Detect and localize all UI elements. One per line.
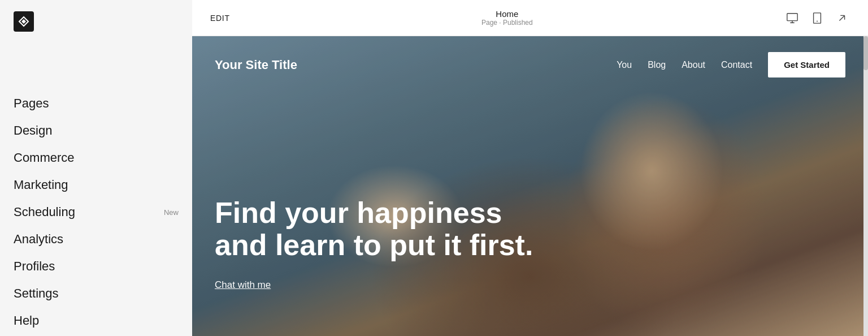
main-content: EDIT Home Page · Published — [192, 0, 868, 336]
sidebar-item-settings[interactable]: Settings — [14, 281, 179, 307]
sidebar-item-profiles-label: Profiles — [14, 259, 55, 274]
desktop-icon — [786, 12, 798, 24]
topbar: EDIT Home Page · Published — [192, 0, 868, 36]
hero-cta-link[interactable]: Chat with me — [215, 279, 271, 290]
sidebar-item-analytics-label: Analytics — [14, 232, 63, 247]
page-status: Page · Published — [481, 19, 533, 27]
sidebar-item-analytics[interactable]: Analytics — [14, 226, 179, 252]
site-link-blog[interactable]: Blog — [648, 60, 666, 70]
site-link-contact[interactable]: Contact — [721, 60, 752, 70]
external-link-icon — [836, 12, 848, 24]
preview-content: Your Site Title You Blog About Contact G… — [192, 36, 868, 336]
site-link-about[interactable]: About — [682, 60, 705, 70]
svg-point-3 — [817, 20, 818, 21]
sidebar-item-marketing-label: Marketing — [14, 178, 68, 192]
desktop-view-button[interactable] — [784, 10, 800, 26]
sidebar-item-pages-label: Pages — [14, 96, 49, 111]
sidebar-item-profiles[interactable]: Profiles — [14, 253, 179, 279]
scrollbar-track[interactable] — [863, 36, 868, 336]
sidebar-item-help-label: Help — [14, 313, 39, 328]
sidebar: Pages Design Commerce Marketing Scheduli… — [0, 0, 192, 336]
hero-heading-line2: and learn to put it first. — [215, 229, 533, 261]
site-links: You Blog About Contact Get Started — [617, 52, 845, 77]
svg-rect-1 — [787, 13, 797, 20]
edit-button[interactable]: EDIT — [210, 14, 230, 23]
tablet-icon — [811, 12, 823, 24]
sidebar-item-commerce-label: Commerce — [14, 150, 75, 165]
topbar-page-info: Home Page · Published — [481, 9, 533, 27]
scheduling-new-badge: New — [164, 208, 179, 217]
site-link-you[interactable]: You — [617, 60, 632, 70]
hero-text: Find your happiness and learn to put it … — [215, 197, 533, 291]
hero-heading: Find your happiness and learn to put it … — [215, 197, 533, 261]
scrollbar-thumb[interactable] — [863, 36, 868, 70]
sidebar-item-scheduling-label: Scheduling — [14, 205, 75, 219]
site-title: Your Site Title — [215, 58, 297, 72]
page-name: Home — [481, 9, 533, 19]
sidebar-item-design[interactable]: Design — [14, 118, 179, 144]
site-cta-button[interactable]: Get Started — [768, 52, 845, 77]
external-link-button[interactable] — [834, 10, 850, 26]
sidebar-navigation: Pages Design Commerce Marketing Scheduli… — [0, 91, 192, 334]
tablet-view-button[interactable] — [809, 10, 825, 26]
hero-heading-line1: Find your happiness — [215, 196, 502, 229]
sidebar-item-scheduling[interactable]: Scheduling New — [14, 199, 179, 225]
sidebar-item-design-label: Design — [14, 123, 52, 138]
squarespace-logo-icon — [14, 11, 34, 32]
sidebar-logo[interactable] — [0, 0, 192, 45]
sidebar-item-help[interactable]: Help — [14, 308, 179, 334]
site-navigation: Your Site Title You Blog About Contact G… — [192, 36, 868, 93]
site-preview: Your Site Title You Blog About Contact G… — [192, 36, 868, 336]
sidebar-item-marketing[interactable]: Marketing — [14, 172, 179, 198]
sidebar-item-commerce[interactable]: Commerce — [14, 145, 179, 171]
sidebar-item-pages[interactable]: Pages — [14, 91, 179, 117]
sidebar-item-settings-label: Settings — [14, 286, 59, 301]
topbar-actions — [784, 10, 850, 26]
